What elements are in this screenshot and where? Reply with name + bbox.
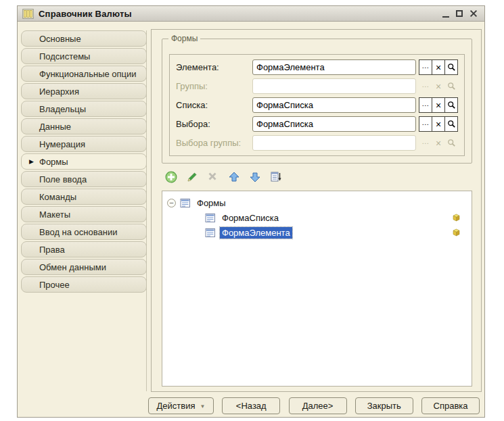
sort-button[interactable] — [269, 170, 283, 184]
field-label: Списка: — [176, 100, 252, 110]
tree-item[interactable]: ФормаЭлемента — [162, 225, 472, 240]
minimize-icon[interactable] — [442, 10, 449, 18]
ellipsis-button[interactable]: ... — [419, 97, 432, 113]
ellipsis-button[interactable]: ... — [419, 59, 432, 75]
sidebar-tab-14[interactable]: ▶ Прочее — [21, 276, 147, 293]
sidebar-tab-13[interactable]: ▶ Обмен данными — [21, 259, 147, 275]
field-buttons: ... × — [419, 59, 458, 75]
delete-icon — [207, 171, 219, 183]
form-field-row: Группы: ... × — [176, 78, 458, 94]
lookup-button[interactable] — [444, 59, 458, 75]
field-label: Выбора: — [176, 119, 252, 129]
tree-item-label: ФормаЭлемента — [220, 227, 292, 239]
sidebar-tab-5[interactable]: ▶ Данные — [21, 118, 147, 134]
move-up-button[interactable] — [227, 170, 241, 184]
footer-button-label: Закрыть — [367, 401, 401, 411]
sidebar-tab-label: Права — [39, 245, 65, 255]
dropdown-arrow-icon: ▼ — [200, 402, 206, 410]
selected-tab-arrow-icon: ▶ — [29, 158, 34, 165]
tree-item[interactable]: ФормаСписка — [162, 210, 472, 225]
sidebar-tab-9[interactable]: ▶ Команды — [21, 189, 147, 205]
sidebar-tab-1[interactable]: ▶ Подсистемы — [21, 48, 147, 64]
magnifier-icon — [447, 101, 456, 109]
lookup-button[interactable] — [444, 97, 458, 113]
configuration-window: Справочник Валюты ▶ Основные ▶ Подсистем… — [17, 5, 485, 418]
lookup-button — [444, 135, 458, 151]
move-down-button[interactable] — [248, 170, 262, 184]
close-button[interactable]: Закрыть — [355, 397, 413, 414]
ellipsis-button: ... — [419, 78, 432, 94]
titlebar[interactable]: Справочник Валюты — [18, 6, 484, 22]
field-input[interactable]: ФормаЭлемента — [252, 59, 416, 75]
sidebar-tab-7[interactable]: ▶ Формы — [21, 153, 147, 170]
sidebar-tab-8[interactable]: ▶ Поле ввода — [21, 171, 147, 187]
cube-icon — [453, 228, 460, 237]
tree-root-label: Формы — [195, 197, 228, 209]
footer-button-label: <Назад — [236, 401, 267, 411]
field-input — [252, 78, 416, 94]
field-buttons: ... × — [419, 78, 458, 94]
field-value: ФормаСписка — [256, 119, 313, 129]
footer-button-label: Действия — [157, 401, 196, 411]
sidebar-tab-label: Основные — [39, 34, 81, 44]
lookup-button[interactable] — [444, 116, 458, 132]
help-button[interactable]: Справка — [421, 397, 480, 414]
maximize-icon[interactable] — [456, 10, 463, 17]
form-field-row: Выбора: ФормаСписка ... × — [176, 116, 458, 132]
sidebar-tab-4[interactable]: ▶ Владельцы — [21, 101, 147, 117]
clear-button[interactable]: × — [432, 116, 445, 132]
magnifier-icon — [447, 82, 456, 91]
footer-button-label: Справка — [434, 401, 468, 411]
sidebar-tab-label: Нумерация — [39, 139, 85, 149]
sidebar-tab-3[interactable]: ▶ Иерархия — [21, 83, 147, 99]
add-button[interactable] — [164, 170, 178, 184]
collapse-icon[interactable]: − — [167, 199, 176, 207]
sidebar-tab-label: Макеты — [39, 209, 70, 220]
field-input[interactable]: ФормаСписка — [252, 116, 416, 132]
add-icon — [165, 171, 177, 183]
sidebar-tab-12[interactable]: ▶ Права — [21, 241, 147, 257]
field-buttons: ... × — [419, 97, 458, 113]
field-buttons: ... × — [419, 135, 458, 151]
forms-tree: − Формы ФормаСписка ФормаЭлемента — [162, 191, 472, 387]
sidebar-tab-label: Подсистемы — [39, 51, 90, 61]
sidebar-tab-label: Поле ввода — [39, 174, 87, 184]
magnifier-icon — [447, 120, 456, 128]
footer-buttons: Действия ▼ <Назад Далее> Закрыть Справка — [148, 397, 480, 414]
tree-root-row[interactable]: − Формы — [162, 195, 472, 210]
sidebar-tab-label: Команды — [39, 192, 76, 202]
forms-group: Формы Элемента: ФормаЭлемента ... × Груп… — [162, 39, 472, 164]
sidebar-tab-0[interactable]: ▶ Основные — [21, 30, 147, 47]
sidebar-tab-11[interactable]: ▶ Ввод на основании — [21, 224, 147, 240]
field-value: ФормаЭлемента — [256, 62, 325, 72]
actions-button[interactable]: Действия ▼ — [148, 397, 214, 414]
field-input — [252, 135, 416, 151]
sidebar-tab-label: Данные — [39, 122, 71, 132]
catalog-icon — [22, 9, 34, 19]
page: Справочник Валюты ▶ Основные ▶ Подсистем… — [0, 0, 504, 421]
clear-button[interactable]: × — [432, 97, 445, 113]
clear-button[interactable]: × — [432, 59, 445, 75]
form-field-row: Элемента: ФормаЭлемента ... × — [176, 59, 458, 75]
ellipsis-button[interactable]: ... — [419, 116, 432, 132]
next-button[interactable]: Далее> — [289, 397, 347, 414]
form-field-row: Списка: ФормаСписка ... × — [176, 97, 458, 113]
forms-toolbar — [164, 170, 283, 184]
back-button[interactable]: <Назад — [222, 397, 280, 414]
forms-group-legend: Формы — [168, 34, 200, 43]
delete-button — [206, 170, 220, 184]
ellipsis-button: ... — [419, 135, 432, 151]
sidebar-tab-label: Иерархия — [39, 86, 79, 97]
window-title: Справочник Валюты — [39, 9, 438, 19]
sidebar-tab-10[interactable]: ▶ Макеты — [21, 206, 147, 222]
magnifier-icon — [447, 139, 456, 147]
edit-button[interactable] — [185, 170, 199, 184]
sidebar-tab-label: Ввод на основании — [39, 227, 117, 237]
field-input[interactable]: ФормаСписка — [252, 97, 416, 113]
sidebar-tab-2[interactable]: ▶ Функциональные опции — [21, 66, 147, 82]
clear-button: × — [432, 135, 445, 151]
sidebar-tab-6[interactable]: ▶ Нумерация — [21, 136, 147, 152]
close-icon[interactable] — [469, 9, 478, 18]
footer-button-label: Далее> — [302, 401, 334, 411]
move-up-icon — [228, 171, 240, 183]
